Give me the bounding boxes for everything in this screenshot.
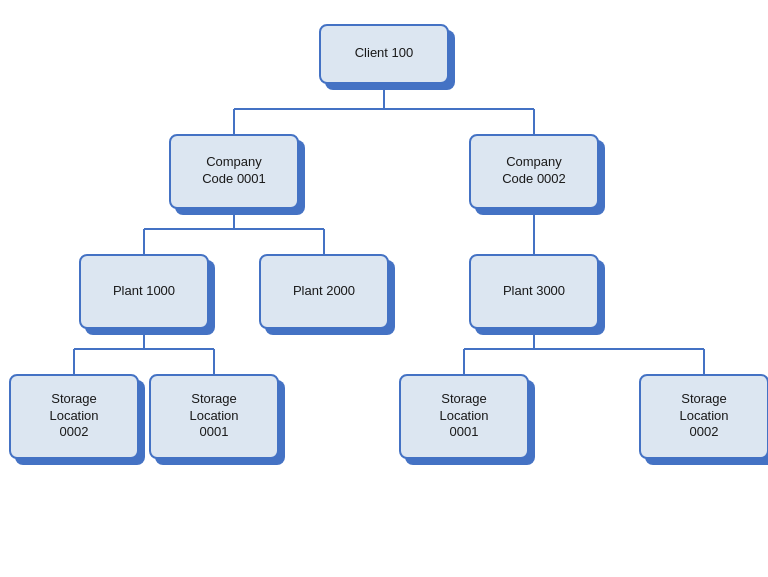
plant1-label: Plant 1000: [113, 283, 175, 300]
storage4-box: Storage Location 0002: [639, 374, 768, 459]
storage3-node: Storage Location 0001: [399, 374, 529, 459]
storage4-node: Storage Location 0002: [639, 374, 768, 459]
company1-label: Company Code 0001: [202, 154, 266, 188]
storage1-box: Storage Location 0002: [9, 374, 139, 459]
client-node: Client 100: [319, 24, 449, 84]
storage2-label: Storage Location 0001: [189, 391, 238, 442]
company2-node: Company Code 0002: [469, 134, 599, 209]
plant3-box: Plant 3000: [469, 254, 599, 329]
storage1-node: Storage Location 0002: [9, 374, 139, 459]
storage2-node: Storage Location 0001: [149, 374, 279, 459]
company1-node: Company Code 0001: [169, 134, 299, 209]
client-box: Client 100: [319, 24, 449, 84]
plant1-box: Plant 1000: [79, 254, 209, 329]
plant2-box: Plant 2000: [259, 254, 389, 329]
company2-box: Company Code 0002: [469, 134, 599, 209]
company1-box: Company Code 0001: [169, 134, 299, 209]
storage3-label: Storage Location 0001: [439, 391, 488, 442]
org-tree: Client 100 Company Code 0001 Company Cod…: [14, 9, 754, 569]
storage2-box: Storage Location 0001: [149, 374, 279, 459]
storage1-label: Storage Location 0002: [49, 391, 98, 442]
plant2-label: Plant 2000: [293, 283, 355, 300]
storage4-label: Storage Location 0002: [679, 391, 728, 442]
company2-label: Company Code 0002: [502, 154, 566, 188]
plant3-label: Plant 3000: [503, 283, 565, 300]
plant2-node: Plant 2000: [259, 254, 389, 329]
plant1-node: Plant 1000: [79, 254, 209, 329]
plant3-node: Plant 3000: [469, 254, 599, 329]
client-label: Client 100: [355, 45, 414, 62]
storage3-box: Storage Location 0001: [399, 374, 529, 459]
